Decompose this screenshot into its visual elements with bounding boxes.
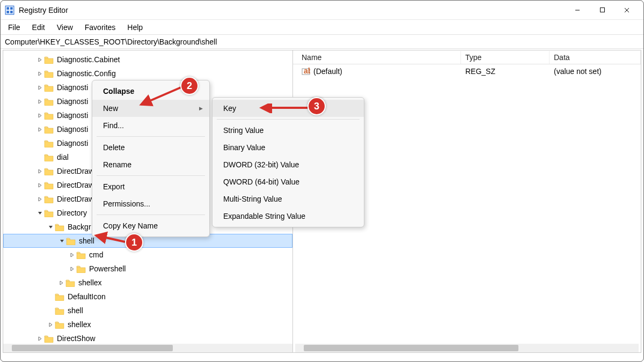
tree-item-label: DirectDraw [57, 167, 94, 175]
chevron-right-icon[interactable] [35, 83, 44, 92]
context-menu-item[interactable]: New▶ [92, 100, 209, 117]
value-row[interactable]: ab (Default) REG_SZ (value not set) [293, 64, 641, 78]
context-menu-item[interactable]: Permissions... [92, 195, 209, 212]
svg-rect-4 [10, 11, 13, 13]
chevron-down-icon[interactable] [46, 223, 55, 231]
tree-item[interactable]: Diagnostic.Config [3, 67, 292, 80]
annotation-2: 2 [180, 77, 199, 95]
chevron-right-icon[interactable] [35, 111, 44, 120]
svg-rect-1 [6, 7, 9, 10]
address-bar[interactable]: Computer\HKEY_CLASSES_ROOT\Directory\Bac… [1, 35, 643, 49]
svg-rect-6 [600, 8, 604, 12]
folder-icon [44, 209, 54, 217]
tree-item-label: Diagnosti [57, 111, 88, 120]
minimize-button[interactable] [565, 2, 590, 19]
folder-icon [44, 139, 54, 147]
folder-icon [44, 335, 54, 343]
tree-item[interactable]: shellex [3, 276, 292, 290]
context-menu-item[interactable]: Rename [92, 156, 209, 173]
tree-item[interactable]: cmd [3, 248, 292, 262]
folder-icon [55, 293, 64, 301]
tree-scrollbar[interactable] [3, 344, 292, 352]
chevron-down-icon[interactable] [35, 209, 44, 217]
context-menu-item-label: Delete [103, 143, 125, 152]
context-menu-item-label: String Value [223, 126, 264, 135]
tree-item[interactable]: DefaultIcon [3, 290, 292, 304]
menu-view[interactable]: View [52, 21, 78, 34]
folder-icon [55, 223, 64, 231]
context-submenu-item[interactable]: QWORD (64-bit) Value [213, 173, 364, 190]
context-menu-item-label: Multi-String Value [223, 195, 282, 203]
chevron-down-icon[interactable] [57, 237, 66, 245]
context-submenu-item[interactable]: Key [213, 100, 364, 117]
tree-item[interactable]: Powershell [3, 262, 292, 276]
context-submenu-item[interactable]: DWORD (32-bit) Value [213, 156, 364, 173]
chevron-right-icon[interactable] [35, 167, 44, 175]
chevron-right-icon[interactable] [68, 250, 76, 259]
tree-item-label: Diagnostic.Config [57, 69, 116, 78]
col-name[interactable]: Name [297, 51, 461, 64]
chevron-right-icon[interactable] [35, 55, 44, 64]
folder-icon [66, 237, 76, 245]
context-menu-separator [97, 136, 205, 137]
context-menu-item[interactable]: Find... [92, 117, 209, 134]
context-menu-item-label: Binary Value [223, 143, 265, 152]
values-scrollbar[interactable] [295, 344, 639, 352]
context-submenu-item[interactable]: Binary Value [213, 139, 364, 156]
chevron-right-icon[interactable] [46, 320, 55, 329]
chevron-right-icon[interactable] [35, 97, 44, 106]
close-button[interactable] [614, 2, 639, 19]
chevron-right-icon[interactable] [57, 278, 65, 287]
folder-icon [44, 153, 54, 161]
context-menu-item-label: Key [223, 104, 236, 113]
chevron-right-icon[interactable] [35, 334, 44, 343]
context-menu: CollapseNew▶Find...DeleteRenameExportPer… [92, 80, 210, 237]
folder-icon [44, 70, 54, 78]
menubar: File Edit View Favorites Help [1, 20, 643, 35]
tree-item-label: Diagnosti [57, 97, 88, 106]
svg-text:ab: ab [304, 67, 310, 75]
context-submenu-item[interactable]: String Value [213, 122, 364, 139]
menu-help[interactable]: Help [122, 21, 148, 34]
menu-edit[interactable]: Edit [27, 21, 50, 34]
context-menu-item-label: Rename [103, 160, 131, 169]
tree-item-label: DirectShow [57, 334, 96, 343]
maximize-button[interactable] [590, 2, 614, 19]
tree-item-label: dial [57, 153, 69, 161]
context-menu-item-label: Copy Key Name [103, 221, 158, 230]
context-menu-item[interactable]: Copy Key Name [92, 217, 209, 234]
chevron-right-icon[interactable] [35, 69, 44, 78]
folder-icon [76, 251, 86, 259]
folder-icon [44, 56, 54, 64]
address-text: Computer\HKEY_CLASSES_ROOT\Directory\Bac… [5, 38, 217, 46]
tree-item[interactable]: shell [3, 304, 292, 317]
context-menu-item[interactable]: Delete [92, 139, 209, 156]
tree-item[interactable]: shellex [3, 317, 292, 331]
tree-item-label: Directory [57, 209, 87, 217]
expander-placeholder [46, 292, 55, 301]
tree-item-label: cmd [89, 250, 103, 259]
svg-rect-2 [10, 7, 13, 10]
col-type[interactable]: Type [461, 51, 550, 64]
context-menu-item[interactable]: Export [92, 178, 209, 195]
context-menu-item-label: Permissions... [103, 200, 150, 208]
expander-placeholder [35, 139, 44, 147]
chevron-right-icon[interactable] [35, 195, 44, 203]
folder-icon [44, 112, 54, 120]
tree-item-label: DefaultIcon [68, 292, 106, 301]
chevron-right-icon[interactable] [35, 125, 44, 134]
menu-file[interactable]: File [3, 21, 26, 34]
chevron-right-icon[interactable] [35, 181, 44, 189]
menu-favorites[interactable]: Favorites [79, 21, 121, 34]
chevron-right-icon[interactable] [68, 264, 76, 273]
context-submenu-item[interactable]: Multi-String Value [213, 190, 364, 208]
context-submenu-item[interactable]: Expandable String Value [213, 208, 364, 225]
string-value-icon: ab [302, 67, 310, 76]
folder-icon [44, 125, 54, 134]
context-submenu-new: KeyString ValueBinary ValueDWORD (32-bit… [212, 97, 364, 227]
tree-item[interactable]: Diagnostic.Cabinet [3, 53, 292, 67]
tree-item-label: Backgr [68, 223, 91, 231]
context-menu-item-label: New [103, 104, 118, 113]
context-menu-item-label: Expandable String Value [223, 212, 305, 220]
col-data[interactable]: Data [550, 51, 641, 64]
